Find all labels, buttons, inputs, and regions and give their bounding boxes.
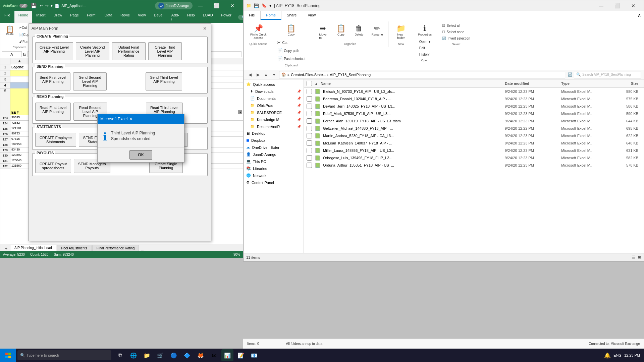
msgbox-close-button[interactable]: ✕ (127, 116, 134, 122)
tab-data[interactable]: Data (101, 11, 116, 23)
fe-rename-button[interactable]: ✏ Rename (369, 23, 385, 41)
file-checkbox-11[interactable] (307, 163, 312, 168)
close-button[interactable]: ✕ (225, 0, 240, 11)
tab-page[interactable]: Page (66, 11, 83, 23)
fe-back-button[interactable]: ◀ (246, 71, 254, 78)
fe-pin-button[interactable]: 📌 Pin to Quickaccess (249, 23, 268, 41)
cell-dropdown[interactable]: ▾ (238, 110, 242, 114)
tab-insert[interactable]: Insert (32, 11, 50, 23)
tab-form[interactable]: Form: (83, 11, 101, 23)
file-row-martin[interactable]: 📗 Martin_Andrea_5230_FY18_AIP - CA_L3...… (304, 132, 644, 139)
file-row-mclean[interactable]: 📗 McLean_Kathleen_140037_FY18_AIP - ... … (304, 139, 644, 147)
fe-tab-home[interactable]: Home (261, 11, 281, 20)
taskbar-search[interactable]: 🔍 Type here to search (17, 350, 111, 360)
add-sheet-icon[interactable]: + (3, 246, 9, 251)
fe-edit-button[interactable]: Edit (417, 45, 432, 51)
taskbar-mail-icon[interactable]: ✉ (208, 349, 220, 361)
fe-select-none-button[interactable]: ☐ Select none (440, 29, 472, 35)
status-zoom[interactable]: 90% (233, 253, 240, 256)
redo-icon[interactable]: ↪ (45, 3, 49, 8)
cell-125-A[interactable]: 121181 (10, 126, 29, 131)
fe-move-to-button[interactable]: ➡ Moveto (314, 23, 331, 41)
file-checkbox-9[interactable] (307, 148, 312, 153)
taskbar-chrome-icon[interactable]: 🔵 (168, 349, 180, 361)
fe-copy-path-button[interactable]: 📄 Copy path (275, 47, 308, 54)
fe-search-box[interactable]: 🔍 Search AIP_FY18_SentPlanning (574, 71, 641, 78)
file-row-edoff[interactable]: 📗 Edoff_Mark_87539_FY18_AIP - US_L3... 9… (304, 110, 644, 117)
sheet-tab-final[interactable]: Final Performance Rating (92, 245, 139, 251)
read-first-level-button[interactable]: Read First LevelAIP Planning (35, 103, 71, 121)
autosave-toggle[interactable]: Off (19, 4, 28, 8)
fe-refresh-button[interactable]: 🔄 (568, 72, 573, 77)
sidebar-item-this-pc[interactable]: 💻 This PC (244, 158, 304, 165)
fe-forward-button[interactable]: ▶ (254, 71, 262, 78)
sidebar-item-downloads[interactable]: ⬇ Downloads 📌 (244, 88, 304, 95)
create-second-level-button[interactable]: Create SecondLevel AIPPlanning (76, 42, 109, 60)
col-header-A[interactable]: A (10, 58, 29, 64)
tab-help[interactable]: Help (183, 11, 199, 23)
sidebar-item-control-panel[interactable]: ⚙ Control Panel (244, 179, 304, 186)
sidebar-item-desktop[interactable]: 🖥 Desktop (244, 130, 304, 137)
cell-4-A[interactable] (10, 82, 29, 88)
file-checkbox-8[interactable] (307, 140, 312, 146)
file-row-ferber[interactable]: 📗 Ferber_Alan_139119_FY18_AIP - US_L3_xl… (304, 117, 644, 125)
fe-new-folder-button[interactable]: 📁 Newfolder (392, 23, 409, 41)
fe-minimize-button[interactable]: — (593, 0, 609, 11)
taskbar-notification-icon[interactable]: 🔔 (604, 352, 611, 359)
cell-131-A[interactable]: 120040 (10, 158, 29, 163)
msgbox-ok-button[interactable]: OK (129, 150, 152, 160)
tab-developer[interactable]: Devel (150, 11, 167, 23)
fe-delete-button[interactable]: 🗑 Delete (351, 23, 367, 41)
tab-review[interactable]: Revie (116, 11, 134, 23)
form-close-button[interactable]: ✕ (202, 25, 208, 32)
taskbar-task-view[interactable]: ⧉ (114, 349, 126, 361)
file-checkbox-1[interactable] (307, 89, 312, 94)
tab-home[interactable]: Home (14, 11, 32, 23)
sidebar-item-ofbizprac[interactable]: 📁 OfbizPrac 📌 (244, 102, 304, 109)
fe-properties-button[interactable]: ℹ Properties (416, 23, 433, 38)
send-second-level-button[interactable]: Send SecondLevel AIPPlanning (73, 72, 107, 90)
file-checkbox-7[interactable] (307, 133, 312, 138)
taskbar-store-icon[interactable]: 🛒 (154, 349, 166, 361)
taskbar-outlook-icon[interactable]: 📧 (248, 349, 260, 361)
fe-list-view-icon[interactable]: ☰ (632, 255, 635, 259)
sidebar-item-dropbox[interactable]: ◼ Dropbox (244, 137, 304, 144)
cell-124-A[interactable]: 72582 (10, 121, 29, 126)
create-employee-statements-button[interactable]: CREATE EmployeeStatements (35, 133, 76, 147)
file-row-orduna[interactable]: 📗 Orduna_Arthur_135351_FY18_AIP - US_...… (304, 162, 644, 169)
cell-128-A[interactable]: 102959 (10, 142, 29, 147)
cell-3-A[interactable] (10, 76, 29, 82)
tab-load[interactable]: LOAD (199, 11, 217, 23)
fe-close-button[interactable]: ✕ (626, 0, 641, 11)
tab-addins[interactable]: Add-i (167, 11, 183, 23)
fe-tab-share[interactable]: Share (281, 11, 302, 20)
minimize-button[interactable]: — (193, 0, 208, 11)
sheet-tab-pool[interactable]: Pool Adjustments (57, 245, 92, 251)
create-first-level-button[interactable]: Create First LevelAIP Planning (35, 42, 73, 60)
fe-cut-button[interactable]: ✂ Cut (275, 39, 308, 46)
file-checkbox-6[interactable] (307, 126, 312, 131)
col-type-header[interactable]: Type (561, 81, 611, 85)
select-all-checkbox[interactable] (307, 81, 312, 86)
sidebar-item-quick-access[interactable]: ⭐ Quick access (244, 81, 304, 88)
taskbar-edge-icon[interactable]: 🌐 (127, 349, 140, 361)
col-date-header[interactable]: Date modified (505, 81, 558, 85)
cell-1-A[interactable]: Legend: (10, 64, 29, 70)
sidebar-item-onedrive[interactable]: ☁ OneDrive - Exter (244, 144, 304, 151)
sidebar-item-salesforce[interactable]: 📁 SALESFORCE 📌 (244, 109, 304, 116)
tab-view[interactable]: View (134, 11, 150, 23)
undo-icon[interactable]: ↩ (40, 3, 43, 8)
file-row-orbegoso[interactable]: 📗 Orbegoso_Luis_139496_FY18_FLIP_L3... 9… (304, 154, 644, 162)
fe-up-button[interactable]: ▲ (262, 71, 270, 78)
cell-5-A-ee[interactable]: EE # ▾ (10, 88, 29, 115)
fe-copy-to-button[interactable]: 📋 Copy (332, 23, 349, 41)
create-payout-spreadsheets-button[interactable]: CREATE Payoutspreadsheets (35, 159, 71, 173)
address-state[interactable]: Created-Files-State... (291, 73, 326, 77)
sidebar-item-knowledge[interactable]: 📁 Knowledge M 📌 (244, 116, 304, 123)
taskbar-folder-icon[interactable]: 📁 (141, 349, 153, 361)
sidebar-item-libraries[interactable]: 📚 Libraries (244, 165, 304, 172)
sidebar-item-juand[interactable]: 👤 JuanD Arango (244, 151, 304, 158)
cell-132-A[interactable]: 121560 (10, 164, 29, 169)
cell-127-A[interactable]: 97316 (10, 137, 29, 142)
more-sheets-icon[interactable]: ... (141, 247, 144, 251)
